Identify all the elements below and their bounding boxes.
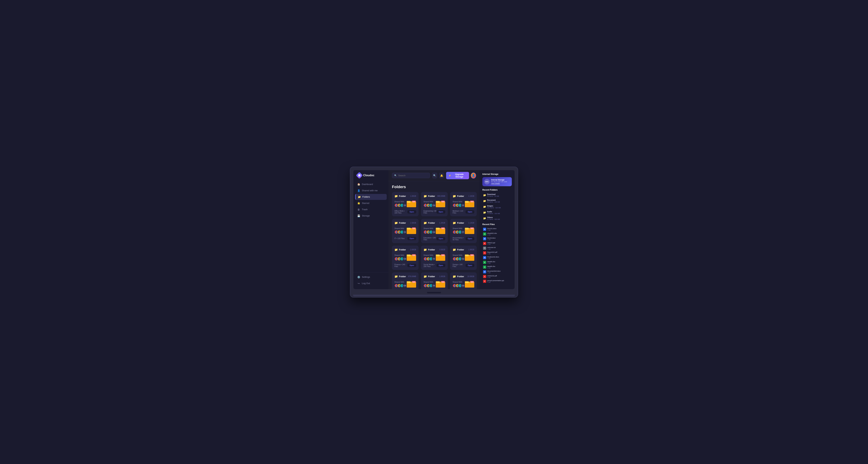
- recent-files-list: W Doc101.docx 1 MB X sheet002.xlsx 2 MB …: [483, 227, 512, 284]
- svg-rect-17: [465, 202, 474, 207]
- sidebar-item-storage[interactable]: 💾 Storage: [355, 213, 387, 219]
- recent-file-item[interactable]: X data88.xlsx 2 MB: [483, 265, 512, 269]
- folder-card-body: Shared With: 👤👤👤+7: [453, 227, 474, 235]
- folder-card[interactable]: 📁 Folder 2.00GB Shared With: 👤👤👤+19 Fina…: [392, 245, 418, 270]
- file-size: 2 MB: [487, 234, 511, 236]
- folder-card[interactable]: 📁 Folder 1.60GB Shared With: 👤👤👤+8 Proje…: [421, 272, 448, 289]
- recent-folder-item[interactable]: 📁 Videos 61 Items · 500 MB: [483, 216, 512, 221]
- sidebar-item-logout[interactable]: ↪ Log Out: [355, 280, 387, 286]
- search-bar[interactable]: 🔍: [392, 173, 430, 178]
- recent-file-item[interactable]: X sheet002.xlsx 2 MB: [483, 232, 512, 236]
- file-info: sheet002.xlsx 2 MB: [487, 232, 511, 236]
- file-name: unknown.txt: [487, 246, 511, 248]
- open-folder-button[interactable]: Open: [466, 210, 474, 213]
- folder-illustration: [407, 227, 416, 235]
- folder-size: 1.90GB: [468, 249, 474, 251]
- recent-file-item[interactable]: W Doc101.docx 1 MB: [483, 227, 512, 231]
- file-type-icon: P: [483, 280, 486, 283]
- folder-name: Folder: [399, 222, 406, 224]
- sidebar-item-shared[interactable]: 👤 Shared with me: [355, 188, 387, 194]
- folder-name: Folder: [399, 275, 406, 278]
- folder-meta: Medical • 110 Files: [453, 210, 466, 214]
- storage-card[interactable]: 65% Internal Storage 80 GB of 150 GB use…: [483, 177, 512, 186]
- open-folder-button[interactable]: Open: [407, 237, 416, 240]
- folder-card[interactable]: 📁 Folder 988.00MB Shared With: 👤👤👤+12 En…: [421, 192, 448, 216]
- open-folder-button[interactable]: Open: [466, 264, 474, 267]
- recent-file-item[interactable]: W Finalize232.docx 1 MB: [483, 256, 512, 260]
- shared-count: +10: [461, 284, 465, 288]
- recent-folder-item[interactable]: 📁 Audio 70 Items · 150 MB: [483, 210, 512, 215]
- search-button[interactable]: 🔍: [432, 173, 437, 178]
- recent-file-item[interactable]: W Doc34.docx 1 MB: [483, 237, 512, 241]
- folder-card[interactable]: 📁 Folder 1.90GB Shared With: 👤👤👤+11 Desi…: [450, 245, 477, 270]
- folder-card[interactable]: 📁 Folder 878.00MB Shared With: 👤👤👤+20 Do…: [392, 272, 418, 289]
- search-input[interactable]: [398, 174, 428, 177]
- file-info: data88.xlsx 2 MB: [487, 261, 511, 264]
- folder-card-body: Shared With: 👤👤👤+5: [394, 227, 416, 235]
- open-folder-button[interactable]: Open: [407, 264, 416, 267]
- folder-name: Folder: [399, 248, 406, 251]
- folder-card[interactable]: 📁 Folder 1.50GB Shared With: 👤👤👤+5 IT • …: [392, 219, 418, 243]
- sidebar-item-settings[interactable]: ⚙️ Settings: [355, 274, 387, 280]
- open-folder-button[interactable]: Open: [436, 210, 445, 213]
- file-size: 2 MB: [487, 267, 511, 269]
- sidebar-item-starred[interactable]: ⭐ Starred: [355, 200, 387, 206]
- open-folder-button[interactable]: Open: [466, 237, 474, 240]
- folder-name-row: 📁 Folder: [453, 248, 464, 251]
- folder-illustration: [407, 200, 416, 208]
- svg-rect-83: [470, 281, 474, 283]
- shared-count: +5: [403, 230, 407, 234]
- shared-count: +19: [403, 257, 407, 261]
- svg-rect-4: [407, 201, 410, 203]
- sidebar-item-dashboard[interactable]: 🏠 Dashboard: [355, 181, 387, 187]
- avatar-group: 👤👤👤+11: [453, 257, 465, 261]
- folder-name: Folder: [457, 275, 464, 278]
- folder-card[interactable]: 📁 Folder 1.10GB Shared With: 👤👤👤+5 Medic…: [450, 192, 477, 216]
- svg-rect-24: [407, 229, 416, 234]
- search-icon: 🔍: [394, 174, 397, 177]
- recent-file-item[interactable]: A Report202.pdf 5 MB: [483, 251, 512, 255]
- folder-card[interactable]: 📁 Folder 1.13GB Shared With: 👤👤👤+7 Accou…: [450, 219, 477, 243]
- folder-type-icon: 📁: [394, 275, 398, 278]
- header: 🔍 🔍 🔔 ⚡ Upgrade Storage 👤: [389, 170, 479, 181]
- recent-folder-item[interactable]: 📁 Download 35 Items · 50 MB: [483, 193, 512, 198]
- folder-type-icon: 📁: [394, 248, 398, 251]
- folder-card[interactable]: 📁 Folder 1.00GB Shared With: 👤👤👤+9 Offic…: [392, 192, 418, 216]
- folder-card[interactable]: 📁 Folder 3.00GB Shared With: 👤👤👤+5 Socia…: [421, 245, 448, 270]
- shared-label: Shared With:: [453, 201, 465, 203]
- laptop-chin: [353, 291, 515, 295]
- recent-file-item[interactable]: P group3-presentation.ppt 4 MB: [483, 279, 512, 284]
- file-type-icon: A: [483, 251, 486, 255]
- recent-folder-size: 30 Items · 150 MB: [487, 201, 511, 203]
- folder-card-footer: Engineering • 80 Files Open: [424, 210, 445, 214]
- upgrade-storage-button[interactable]: ⚡ Upgrade Storage: [446, 172, 469, 179]
- svg-rect-74: [436, 281, 440, 283]
- folder-card[interactable]: 📁 Folder 10.00GB Shared With: 👤👤👤+10 Arc…: [450, 272, 477, 289]
- recent-folder-size: 70 Items · 150 MB: [487, 213, 511, 214]
- recent-file-item[interactable]: P Slide22.ppt 4 MB: [483, 241, 512, 245]
- folder-type-icon: 📁: [453, 221, 456, 225]
- user-avatar[interactable]: 👤: [471, 173, 476, 178]
- shared-label: Shared With:: [424, 228, 436, 229]
- svg-rect-32: [436, 228, 440, 229]
- folder-size: 988.00MB: [437, 195, 445, 197]
- recent-file-item[interactable]: W document343.docx 1 MB: [483, 270, 512, 274]
- folder-type-icon: 📁: [424, 275, 427, 278]
- shared-count: +5: [461, 203, 465, 207]
- recent-folder-item[interactable]: 📁 Images 100 Items · 320 MB: [483, 204, 512, 209]
- notification-button[interactable]: 🔔: [439, 173, 444, 178]
- open-folder-button[interactable]: Open: [436, 237, 445, 240]
- recent-folder-item[interactable]: 📁 Document 30 Items · 150 MB: [483, 199, 512, 203]
- open-folder-button[interactable]: Open: [407, 210, 416, 213]
- file-type-icon: W: [483, 256, 486, 259]
- shared-section: Shared With: 👤👤👤+12: [424, 228, 436, 234]
- open-folder-button[interactable]: Open: [436, 264, 445, 267]
- sidebar-item-folders[interactable]: 📁 Folders: [355, 194, 387, 200]
- folder-card[interactable]: 📁 Folder 1.20GB Shared With: 👤👤👤+12 Educ…: [421, 219, 448, 243]
- sidebar-item-trash[interactable]: 🗑 Trash: [355, 206, 387, 212]
- storage-icon: 💾: [357, 214, 360, 217]
- recent-file-item[interactable]: X data88.xlsx 2 MB: [483, 260, 512, 264]
- recent-file-item[interactable]: A Article232.pdf 3 MB: [483, 275, 512, 279]
- recent-file-item[interactable]: T unknown.txt 1 MB: [483, 246, 512, 250]
- folder-meta: Design • 240 Files: [453, 264, 466, 267]
